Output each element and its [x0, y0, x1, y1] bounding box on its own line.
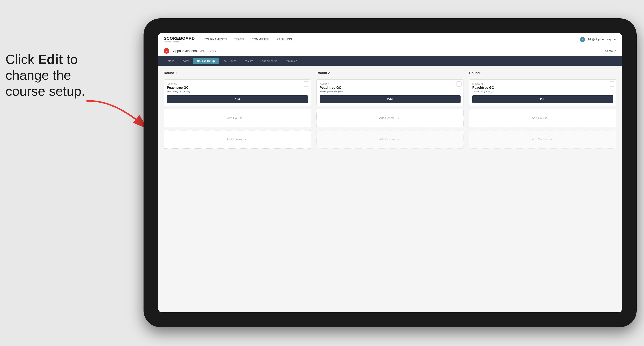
add-icon-4: ＋: [397, 138, 400, 142]
round-3-course-tee: Yellow (M) (6629 yds): [472, 90, 613, 93]
tournament-status: Hosting: [208, 50, 216, 52]
nav-teams[interactable]: TEAMS: [234, 38, 244, 41]
nav-right: B blair@clippd.io | Sign out: [580, 37, 616, 42]
nav-tournaments[interactable]: TOURNAMENTS: [204, 38, 227, 41]
round-3-title: Round 3: [469, 71, 616, 75]
round-2-title: Round 2: [316, 71, 464, 75]
tab-results[interactable]: Results: [240, 58, 257, 64]
nav-rankings[interactable]: RANKINGS: [276, 38, 292, 41]
add-icon-2: ＋: [244, 138, 247, 142]
round-3-add-course-1[interactable]: Add Course ＋: [469, 109, 616, 127]
instruction-prefix: Click: [6, 52, 38, 67]
round-1-course-label: (Course A): [167, 82, 308, 85]
logo-text: SCOREBOARD: [164, 36, 195, 41]
nav-committee[interactable]: COMMITTEE: [252, 38, 269, 41]
tournament-bar: C Clippd Invitational (Men) Hosting Canc…: [158, 46, 622, 56]
user-email: blair@clippd.io: [587, 38, 604, 41]
tab-bar: Details Teams Course Setup Tee Groups Re…: [158, 56, 622, 66]
add-icon-5: ＋: [550, 116, 552, 120]
logo-area: SCOREBOARD Powered by clippd: [164, 36, 195, 43]
close-icon: ✕: [614, 49, 616, 52]
round-2-column: Round 2 ⋮ (Course A) Peachtree GC Yellow…: [316, 71, 464, 149]
round-2-add-course-1[interactable]: Add Course ＋: [316, 109, 464, 127]
round-2-delete-button[interactable]: ⋮: [456, 81, 462, 87]
add-icon: ＋: [245, 116, 248, 120]
tournament-name: Clippd Invitational: [172, 49, 198, 53]
user-avatar: B: [580, 37, 585, 42]
tab-leaderboards[interactable]: Leaderboards: [257, 58, 281, 64]
round-2-add-course-2: Add Course ＋: [316, 130, 464, 149]
nav-links: TOURNAMENTS TEAMS COMMITTEE RANKINGS: [204, 38, 580, 41]
tab-course-setup[interactable]: Course Setup: [193, 58, 218, 64]
round-1-title: Round 1: [164, 71, 311, 75]
round-3-course-card: ⋮ (Course A) Peachtree GC Yellow (M) (66…: [469, 79, 616, 106]
round-1-delete-button[interactable]: ⋮: [304, 81, 309, 87]
round-2-course-card: ⋮ (Course A) Peachtree GC Yellow (M) (66…: [316, 79, 464, 106]
tournament-logo-icon: C: [164, 48, 169, 54]
top-nav: SCOREBOARD Powered by clippd TOURNAMENTS…: [158, 33, 622, 46]
round-3-column: Round 3 ⋮ (Course A) Peachtree GC Yellow…: [469, 71, 616, 149]
add-icon-3: ＋: [397, 116, 400, 120]
cancel-button[interactable]: Cancel ✕: [605, 49, 616, 52]
round-2-course-tee: Yellow (M) (6629 yds): [320, 90, 460, 93]
round-1-course-name: Peachtree GC: [167, 86, 308, 90]
round-3-edit-button[interactable]: Edit: [472, 95, 613, 103]
round-3-course-label: (Course A): [472, 82, 613, 85]
round-1-edit-button[interactable]: Edit: [167, 95, 308, 103]
round-2-edit-button[interactable]: Edit: [320, 95, 460, 103]
round-3-delete-button[interactable]: ⋮: [609, 81, 614, 87]
round-3-course-name: Peachtree GC: [472, 86, 613, 90]
main-content: Round 1 ⋮ (Course A) Peachtree GC Yellow…: [158, 66, 622, 312]
instruction-text: Click Edit tochange thecourse setup.: [6, 51, 85, 99]
round-1-course-card: ⋮ (Course A) Peachtree GC Yellow (M) (66…: [164, 79, 311, 106]
tab-details[interactable]: Details: [162, 58, 178, 64]
tab-tee-groups[interactable]: Tee Groups: [218, 58, 240, 64]
sign-out-link[interactable]: | Sign out: [606, 38, 616, 41]
tab-teams[interactable]: Teams: [178, 58, 193, 64]
instruction-bold: Edit: [38, 52, 63, 67]
round-1-course-tee: Yellow (M) (6629 yds): [167, 90, 308, 93]
tablet-screen: SCOREBOARD Powered by clippd TOURNAMENTS…: [158, 33, 622, 312]
round-1-add-course-1[interactable]: Add Course ＋: [164, 109, 311, 127]
add-icon-6: ＋: [550, 138, 552, 142]
logo-sub: Powered by clippd: [164, 41, 195, 43]
round-1-add-course-2[interactable]: Add Course ＋: [164, 130, 311, 149]
round-3-add-course-2: Add Course ＋: [469, 130, 616, 149]
tab-printables[interactable]: Printables: [281, 58, 301, 64]
rounds-grid: Round 1 ⋮ (Course A) Peachtree GC Yellow…: [164, 71, 616, 149]
round-2-course-label: (Course A): [320, 82, 460, 85]
tablet-frame: SCOREBOARD Powered by clippd TOURNAMENTS…: [144, 18, 637, 327]
tournament-gender: (Men): [199, 49, 206, 52]
round-2-course-name: Peachtree GC: [320, 86, 460, 90]
round-1-column: Round 1 ⋮ (Course A) Peachtree GC Yellow…: [164, 71, 311, 149]
